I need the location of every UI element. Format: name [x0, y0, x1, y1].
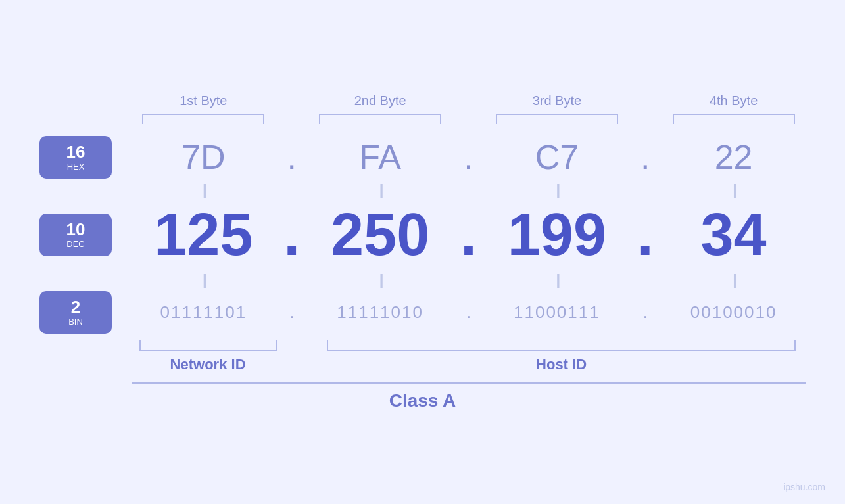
bin-row: 2 BIN 01111101 . 11111010 . 11000111 . 0…: [39, 291, 806, 334]
watermark: ipshu.com: [783, 482, 825, 492]
top-bracket-2: [308, 114, 452, 124]
eq-2: ||: [308, 181, 452, 198]
byte-label-2: 2nd Byte: [308, 93, 452, 108]
hex-row: 16 HEX 7D . FA . C7 . 22: [39, 136, 806, 179]
hex-dot-2: .: [452, 137, 485, 177]
host-id-bracket: Host ID: [317, 340, 806, 373]
bin-value-2: 11111010: [308, 302, 452, 323]
network-id-label: Network ID: [170, 356, 246, 373]
hex-value-3: C7: [485, 137, 629, 177]
dec-dot-2: .: [452, 201, 485, 269]
top-bracket-4: [662, 114, 806, 124]
byte-label-1: 1st Byte: [132, 93, 276, 108]
bin-value-4: 00100010: [662, 302, 806, 323]
hex-badge: 16 HEX: [39, 136, 112, 179]
dec-dot-3: .: [629, 201, 662, 269]
hex-base-num: 16: [66, 143, 85, 160]
dec-value-4: 34: [662, 205, 806, 264]
bin-dot-3: .: [629, 302, 662, 323]
host-id-label: Host ID: [536, 356, 587, 373]
hex-dot-3: .: [629, 137, 662, 177]
hex-base-label: HEX: [67, 162, 85, 172]
dec-base-label: DEC: [66, 239, 84, 249]
eq-8: ||: [662, 271, 806, 288]
hex-value-1: 7D: [132, 137, 276, 177]
eq-4: ||: [662, 181, 806, 198]
eq-3: ||: [485, 181, 629, 198]
bin-dot-1: .: [276, 302, 308, 323]
equals-row-1: || || || ||: [39, 181, 806, 198]
class-row: Class A: [39, 382, 806, 411]
class-line: [132, 382, 806, 384]
dec-value-2: 250: [308, 205, 452, 264]
bin-dot-2: .: [452, 302, 485, 323]
bin-badge: 2 BIN: [39, 291, 112, 334]
eq-5: ||: [132, 271, 276, 288]
bin-base-label: BIN: [68, 317, 83, 327]
class-label: Class A: [389, 390, 456, 411]
network-id-bracket: Network ID: [132, 340, 284, 373]
hex-value-2: FA: [308, 137, 452, 177]
hex-dot-1: .: [276, 137, 308, 177]
equals-row-2: || || || ||: [39, 271, 806, 288]
bin-value-1: 01111101: [132, 302, 276, 323]
dec-row: 10 DEC 125 . 250 . 199 . 34: [39, 201, 806, 269]
bin-value-3: 11000111: [485, 302, 629, 323]
hex-value-4: 22: [662, 137, 806, 177]
top-bracket-1: [132, 114, 276, 124]
eq-6: ||: [308, 271, 452, 288]
top-bracket-3: [485, 114, 629, 124]
eq-1: ||: [132, 181, 276, 198]
bin-base-num: 2: [71, 298, 80, 315]
byte-label-3: 3rd Byte: [485, 93, 629, 108]
eq-7: ||: [485, 271, 629, 288]
dec-value-1: 125: [132, 205, 276, 264]
bottom-brackets-row: Network ID Host ID: [39, 340, 806, 373]
main-container: 1st Byte 2nd Byte 3rd Byte 4th Byte 16 H…: [0, 0, 845, 504]
byte-labels-row: 1st Byte 2nd Byte 3rd Byte 4th Byte: [39, 93, 806, 108]
dec-base-num: 10: [66, 221, 85, 238]
dec-dot-1: .: [276, 201, 308, 269]
top-brackets-row: [39, 114, 806, 124]
byte-label-4: 4th Byte: [662, 93, 806, 108]
dec-badge: 10 DEC: [39, 214, 112, 256]
dec-value-3: 199: [485, 205, 629, 264]
